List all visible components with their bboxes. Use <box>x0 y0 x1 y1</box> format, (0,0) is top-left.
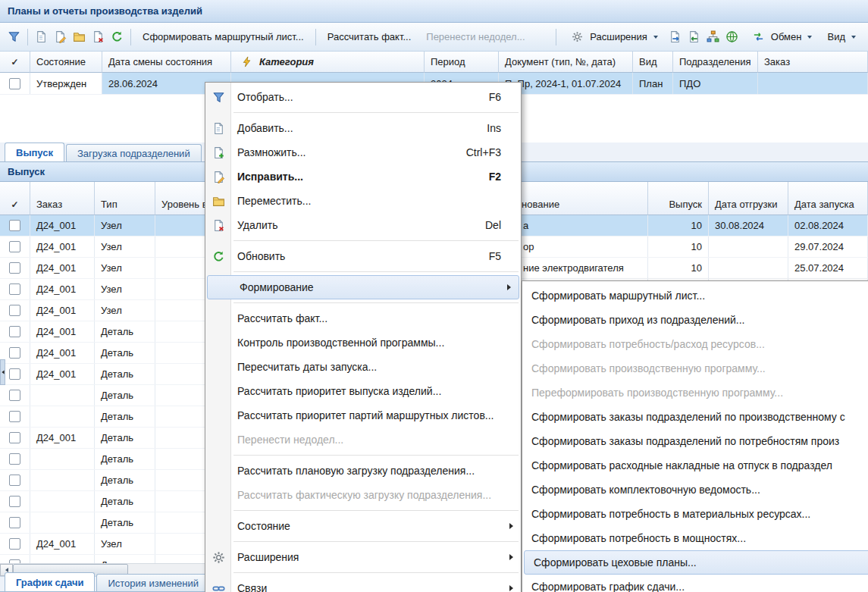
row-checkbox[interactable] <box>9 496 20 507</box>
window-title-bar: Планы и отчеты производства изделий <box>0 0 868 23</box>
menu-item[interactable]: Сформировать маршрутный лист... <box>522 283 868 308</box>
refresh-icon[interactable] <box>108 28 127 46</box>
menu-item-icon <box>209 581 227 592</box>
column-header-launch-date[interactable]: Дата запуска <box>788 182 868 215</box>
menu-item[interactable]: Размножить... Ctrl+F3 <box>205 140 521 164</box>
row-checkbox[interactable] <box>9 326 20 337</box>
menu-item[interactable]: Сформировать комплектовочную ведомость..… <box>522 478 868 502</box>
column-header-output[interactable]: Выпуск <box>648 182 709 215</box>
menu-item[interactable]: Рассчитать плановую загрузку подразделен… <box>205 459 521 483</box>
menu-item[interactable]: Переформировать производственную програм… <box>522 381 868 405</box>
menu-item[interactable]: Рассчитать фактическую загрузку подразде… <box>205 483 521 507</box>
exchange-button[interactable]: Обмен <box>741 24 820 50</box>
menu-item[interactable]: Контроль производственной программы... <box>205 330 521 355</box>
row-checkbox[interactable] <box>9 262 20 274</box>
select-all-header[interactable] <box>0 52 30 73</box>
row-checkbox[interactable] <box>9 347 20 359</box>
menu-item[interactable]: Расширения <box>205 545 521 569</box>
column-header-period[interactable]: Период <box>425 52 499 73</box>
menu-item[interactable]: Обновить F5 <box>205 244 521 268</box>
row-checkbox[interactable] <box>9 220 20 231</box>
menu-item[interactable]: Перенести недодел... <box>205 428 521 452</box>
column-header-departments[interactable]: Подразделения <box>673 52 758 73</box>
cell-checkbox <box>0 73 30 94</box>
row-checkbox[interactable] <box>9 283 20 295</box>
menu-item-icon <box>209 89 227 105</box>
row-checkbox[interactable] <box>9 305 20 316</box>
menu-item[interactable]: Исправить... F2 <box>205 164 521 189</box>
column-header-order[interactable]: Заказ <box>758 52 868 73</box>
tab[interactable]: График сдачи <box>5 572 95 591</box>
row-checkbox[interactable] <box>9 475 20 486</box>
menu-item-label: Сформировать заказы подразделений по пот… <box>531 435 839 447</box>
app-window: Планы и отчеты производства изделий Сфор… <box>0 0 868 592</box>
column-header-document[interactable]: Документ (тип, №, дата) <box>499 52 633 73</box>
tab[interactable]: История изменений <box>96 574 210 591</box>
menu-item[interactable]: Сформировать потребность в материальных … <box>522 502 868 526</box>
column-header-state[interactable]: Состояние <box>30 52 102 73</box>
menu-item[interactable]: Сформировать график сдачи... <box>522 575 868 592</box>
tab[interactable]: Выпуск <box>5 143 64 161</box>
cell-type: Узел <box>95 258 155 278</box>
row-checkbox[interactable] <box>9 432 20 443</box>
cell-checkbox <box>0 449 30 469</box>
tab[interactable]: Загрузка подразделений <box>66 144 202 161</box>
submenu-arrow-icon <box>509 523 513 529</box>
column-header-category[interactable]: Категория <box>231 52 425 73</box>
generate-route-sheet-button[interactable]: Сформировать маршрутный лист... <box>135 27 312 46</box>
cell-order: Д24_001 <box>30 258 95 278</box>
row-checkbox[interactable] <box>9 241 20 252</box>
menu-item-label: Рассчитать плановую загрузку подразделен… <box>237 465 475 477</box>
menu-item-icon <box>209 121 227 136</box>
row-checkbox[interactable] <box>9 368 20 380</box>
delete-icon[interactable] <box>89 28 108 46</box>
menu-item[interactable]: Формирование <box>207 275 519 299</box>
menu-item[interactable]: Состояние <box>205 514 521 538</box>
hierarchy-icon[interactable] <box>703 28 722 46</box>
column-header-order[interactable]: Заказ <box>30 182 95 215</box>
menu-item[interactable]: Сформировать заказы подразделений по пот… <box>522 429 868 453</box>
edit-icon[interactable] <box>51 28 70 46</box>
column-header-kind[interactable]: Вид <box>633 52 673 73</box>
column-header-ship-date[interactable]: Дата отгрузки <box>709 182 788 215</box>
menu-item[interactable]: Сформировать расходные накладные на отпу… <box>522 453 868 478</box>
row-checkbox[interactable] <box>9 517 20 528</box>
calc-fact-button[interactable]: Рассчитать факт... <box>320 27 419 46</box>
menu-item[interactable]: Сформировать цеховые планы... <box>524 550 868 575</box>
row-checkbox[interactable] <box>9 538 20 550</box>
menu-item[interactable]: Связи <box>205 576 521 592</box>
row-checkbox[interactable] <box>9 453 20 465</box>
column-header-type[interactable]: Тип <box>95 182 155 215</box>
menu-item[interactable]: Переместить... <box>205 189 521 213</box>
menu-separator <box>205 299 521 306</box>
menu-item[interactable]: Рассчитать факт... <box>205 306 521 330</box>
add-icon[interactable] <box>32 28 51 46</box>
row-checkbox[interactable] <box>9 390 20 401</box>
column-header-state-date[interactable]: Дата смены состояния <box>102 52 231 73</box>
cell-type: Узел <box>95 236 155 257</box>
menu-item[interactable]: Удалить Del <box>205 213 521 237</box>
menu-item[interactable]: Рассчитать приоритет партий маршрутных л… <box>205 403 521 428</box>
menu-item[interactable]: Рассчитать приоритет выпуска изделий... <box>205 379 521 403</box>
filter-icon[interactable] <box>5 28 24 46</box>
menu-item[interactable]: Сформировать потребность в мощностях... <box>522 526 868 550</box>
view-button[interactable]: Вид <box>819 27 863 46</box>
menu-item[interactable]: Сформировать производственную программу.… <box>522 356 868 381</box>
web-icon[interactable] <box>722 28 741 46</box>
cell-order <box>758 73 868 94</box>
menu-item[interactable]: Сформировать приход из подразделений... <box>522 308 868 332</box>
move-icon[interactable] <box>70 28 89 46</box>
select-all-header[interactable] <box>0 182 30 215</box>
extensions-button[interactable]: Расширения <box>560 24 666 50</box>
import-icon[interactable] <box>685 28 703 46</box>
menu-item[interactable]: Отобрать... F6 <box>205 85 521 109</box>
menu-item[interactable]: Добавить... Ins <box>205 116 521 140</box>
export-icon[interactable] <box>666 28 685 46</box>
menu-item[interactable]: Сформировать заказы подразделений по про… <box>522 405 868 429</box>
menu-item[interactable]: Пересчитать даты запуска... <box>205 355 521 379</box>
splitter-collapse-handle[interactable] <box>0 359 5 385</box>
row-checkbox[interactable] <box>9 78 20 89</box>
cell-checkbox <box>0 236 30 257</box>
menu-item[interactable]: Сформировать потребность/расход ресурсов… <box>522 332 868 356</box>
row-checkbox[interactable] <box>9 411 20 422</box>
